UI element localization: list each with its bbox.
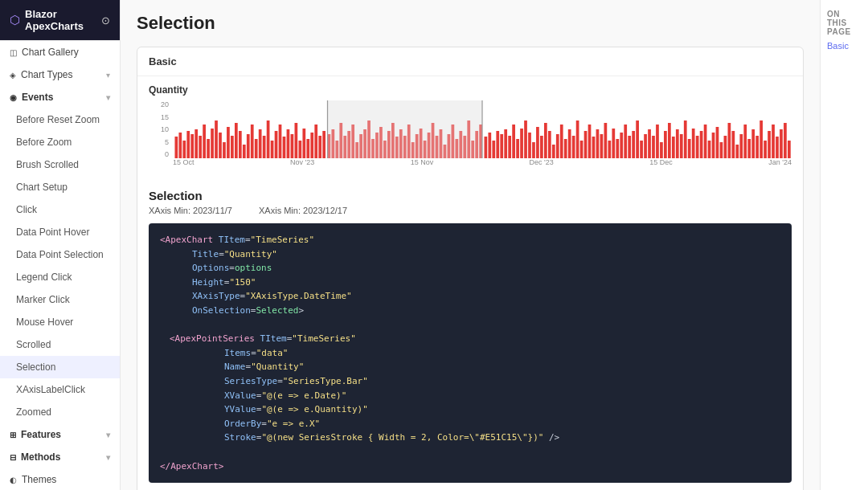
sidebar-label-chart-setup: Chart Setup [16, 182, 68, 193]
sidebar-item-legend-click[interactable]: Legend Click [0, 266, 120, 288]
svg-rect-130 [692, 129, 695, 158]
svg-rect-113 [624, 125, 627, 158]
svg-rect-124 [668, 123, 671, 158]
sidebar-item-scrolled[interactable]: Scrolled [0, 333, 120, 356]
y-axis: 20 15 10 5 0 [149, 100, 171, 158]
svg-rect-37 [318, 136, 321, 158]
sidebar-label-before-reset-zoom: Before Reset Zoom [16, 114, 100, 125]
sidebar-item-mouse-hover[interactable]: Mouse Hover [0, 311, 120, 333]
chevron-down-icon-features: ▾ [106, 431, 110, 439]
code-line-10: Name="Quantity" [160, 360, 780, 374]
svg-rect-75 [471, 141, 474, 158]
on-this-page-title: ON THIS PAGE [827, 10, 862, 36]
svg-rect-146 [755, 136, 759, 158]
code-line-5: XAxisType="XAxisType.DateTime" [160, 289, 780, 304]
sidebar-item-features[interactable]: ⊞ Features ▾ [0, 423, 120, 446]
sidebar-item-data-point-selection[interactable]: Data Point Selection [0, 243, 120, 266]
code-line-11: SeriesType="SeriesType.Bar" [160, 374, 780, 389]
sidebar-item-methods[interactable]: ⊟ Methods ▾ [0, 446, 120, 468]
sidebar-item-events[interactable]: ◉ Events ▾ [0, 86, 120, 108]
sidebar-item-chart-setup[interactable]: Chart Setup [0, 176, 120, 198]
svg-rect-53 [383, 141, 387, 158]
svg-rect-148 [764, 141, 767, 158]
sidebar-item-marker-click[interactable]: Marker Click [0, 288, 120, 311]
svg-rect-81 [496, 131, 499, 158]
svg-rect-116 [636, 120, 639, 158]
svg-rect-23 [263, 136, 266, 158]
svg-rect-67 [440, 129, 443, 158]
sidebar-label-chart-gallery: Chart Gallery [22, 47, 79, 58]
svg-rect-59 [407, 125, 411, 158]
svg-rect-18 [243, 145, 246, 158]
sidebar-item-themes[interactable]: ◐ Themes [0, 468, 120, 490]
svg-rect-86 [516, 139, 519, 158]
chart-types-icon: ◈ [10, 71, 16, 80]
sidebar-label-brush-scrolled: Brush Scrolled [16, 159, 79, 170]
code-line-16 [160, 445, 780, 459]
code-line-17: </ApexChart> [160, 459, 780, 474]
svg-rect-92 [540, 136, 543, 158]
svg-rect-101 [576, 120, 579, 158]
svg-rect-153 [784, 123, 787, 158]
code-line-3: Options=options [160, 261, 780, 276]
methods-icon: ⊟ [10, 453, 16, 462]
themes-icon: ◐ [10, 476, 17, 484]
sidebar-item-brush-scrolled[interactable]: Brush Scrolled [0, 153, 120, 176]
svg-rect-36 [314, 125, 317, 158]
sidebar-item-selection[interactable]: Selection [0, 356, 120, 378]
sidebar-item-data-point-hover[interactable]: Data Point Hover [0, 221, 120, 243]
github-icon[interactable]: ⊙ [101, 14, 110, 27]
svg-rect-80 [492, 141, 495, 158]
sidebar-item-zoomed[interactable]: Zoomed [0, 401, 120, 423]
svg-rect-66 [436, 136, 439, 158]
sidebar-item-before-zoom[interactable]: Before Zoom [0, 131, 120, 153]
sidebar-item-chart-gallery[interactable]: ◫ Chart Gallery [0, 41, 120, 63]
svg-rect-43 [343, 136, 346, 158]
svg-rect-140 [731, 131, 735, 158]
svg-rect-85 [512, 125, 515, 158]
sidebar-item-before-reset-zoom[interactable]: Before Reset Zoom [0, 108, 120, 131]
svg-rect-126 [676, 129, 679, 158]
svg-rect-112 [620, 133, 623, 158]
sidebar-item-click[interactable]: Click [0, 198, 120, 221]
sidebar-item-chart-types[interactable]: ◈ Chart Types ▾ [0, 63, 120, 86]
sidebar-label-zoomed: Zoomed [16, 406, 51, 418]
svg-rect-82 [500, 134, 503, 158]
svg-rect-96 [556, 134, 559, 158]
svg-rect-28 [283, 137, 286, 158]
sidebar-label-selection: Selection [16, 361, 55, 373]
svg-rect-34 [306, 139, 309, 158]
svg-rect-87 [520, 129, 523, 158]
svg-rect-11 [215, 120, 218, 158]
svg-rect-90 [532, 142, 535, 158]
svg-rect-3 [182, 141, 186, 158]
svg-rect-45 [351, 125, 354, 158]
basic-page-link[interactable]: Basic [827, 41, 862, 51]
basic-card: Basic Quantity 20 15 10 5 0 [137, 47, 804, 490]
svg-rect-73 [463, 136, 466, 158]
svg-rect-70 [452, 125, 455, 158]
svg-rect-51 [375, 133, 379, 158]
sidebar-item-xaxis-label-click[interactable]: XAxisLabelClick [0, 378, 120, 401]
chart-title: Quantity [149, 84, 792, 96]
svg-rect-26 [275, 131, 278, 158]
sidebar-title: Blazor ApexCharts [25, 8, 96, 32]
svg-rect-133 [704, 125, 707, 158]
svg-rect-91 [536, 127, 539, 158]
svg-rect-40 [331, 129, 334, 158]
code-line-1: <ApexChart TItem="TimeSeries" [160, 233, 780, 247]
svg-rect-123 [664, 131, 667, 158]
svg-rect-129 [688, 139, 691, 158]
svg-rect-46 [355, 142, 358, 158]
svg-rect-145 [751, 129, 755, 158]
svg-rect-120 [652, 136, 655, 158]
selection-info-section: Selection XAxis Min: 2023/11/7 XAxis Min… [137, 184, 803, 223]
svg-rect-119 [648, 129, 651, 158]
svg-rect-78 [484, 137, 487, 158]
selection-xmin: XAxis Min: 2023/11/7 XAxis Min: 2023/12/… [149, 206, 792, 215]
svg-rect-25 [271, 141, 274, 158]
svg-rect-32 [298, 141, 301, 158]
chevron-down-icon: ▾ [106, 71, 110, 80]
svg-rect-38 [322, 131, 326, 158]
svg-rect-104 [588, 125, 592, 158]
